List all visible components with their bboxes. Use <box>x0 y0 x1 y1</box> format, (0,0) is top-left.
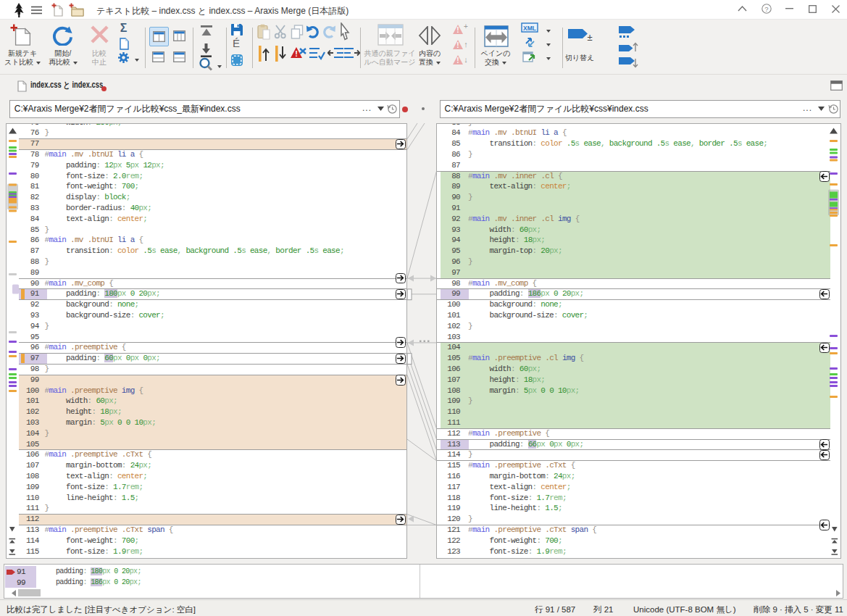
svg-text:!: ! <box>456 41 459 49</box>
svg-text:!: ! <box>295 49 298 58</box>
svg-text:XML: XML <box>523 25 536 32</box>
svg-text:?: ? <box>764 5 768 13</box>
svg-text:!: ! <box>456 26 459 34</box>
svg-text:±: ± <box>587 32 592 43</box>
svg-text:+: + <box>464 23 468 30</box>
svg-text:!: ! <box>456 57 459 64</box>
svg-text:↓: ↓ <box>464 55 468 64</box>
svg-text:↑: ↑ <box>464 40 468 49</box>
